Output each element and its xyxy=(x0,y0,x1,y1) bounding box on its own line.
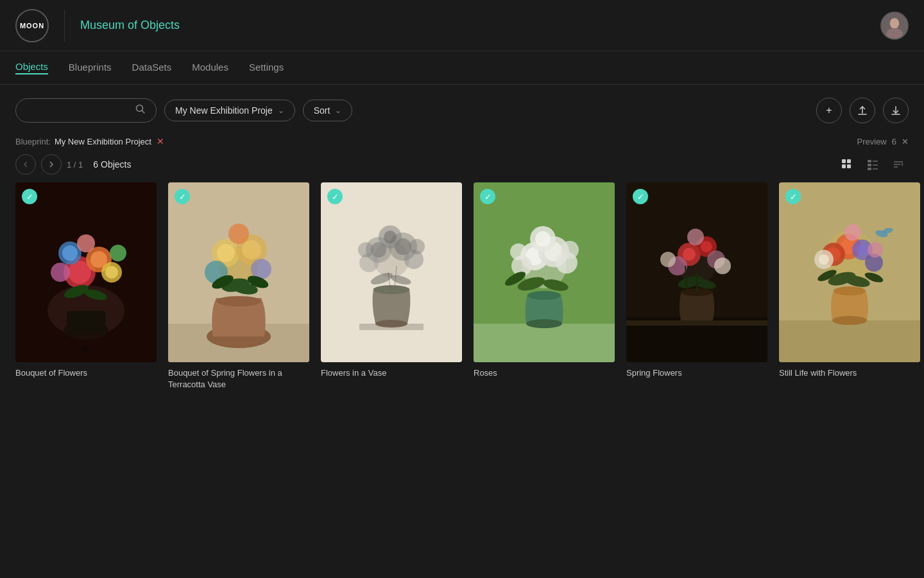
svg-point-78 xyxy=(526,319,562,328)
object-card[interactable]: ✓Bouquet of Flowers xyxy=(15,182,157,390)
card-title: Still Life with Flowers xyxy=(779,367,920,379)
card-title: Bouquet of Spring Flowers in a Terracott… xyxy=(168,367,309,390)
toolbar: My New Exhibition Proje ⌄ Sort ⌄ + xyxy=(0,85,924,136)
card-check-icon[interactable]: ✓ xyxy=(785,189,801,204)
svg-rect-95 xyxy=(626,320,767,326)
svg-point-105 xyxy=(660,252,676,267)
object-card[interactable]: ✓Flowers in a Vase xyxy=(321,182,462,390)
card-title: Bouquet of Flowers xyxy=(15,367,157,379)
svg-point-121 xyxy=(857,244,868,256)
preview-close-icon[interactable]: ✕ xyxy=(902,137,909,146)
svg-rect-17 xyxy=(868,168,871,170)
nav-modules[interactable]: Modules xyxy=(192,62,228,74)
card-image: ✓ xyxy=(474,182,615,362)
object-card[interactable]: ✓Spring Flowers xyxy=(626,182,767,390)
svg-point-59 xyxy=(375,320,407,328)
svg-point-51 xyxy=(228,223,249,244)
sort-dropdown[interactable]: Sort ⌄ xyxy=(303,100,353,121)
svg-point-113 xyxy=(834,286,866,295)
grid-view-button[interactable] xyxy=(837,154,857,175)
svg-point-104 xyxy=(687,229,704,245)
nav-settings[interactable]: Settings xyxy=(249,62,284,74)
card-title: Spring Flowers xyxy=(626,367,767,379)
search-input[interactable] xyxy=(26,105,130,116)
nav-datasets[interactable]: DataSets xyxy=(132,62,172,74)
svg-rect-12 xyxy=(847,164,851,168)
card-check-icon[interactable]: ✓ xyxy=(175,189,190,204)
card-title: Flowers in a Vase xyxy=(321,367,462,379)
app-title: Museum of Objects xyxy=(80,19,868,32)
prev-page-button[interactable] xyxy=(15,154,36,175)
view-controls xyxy=(837,154,909,175)
object-card[interactable]: ✓Bouquet of Spring Flowers in a Terracot… xyxy=(168,182,309,390)
svg-rect-11 xyxy=(842,164,846,168)
results-count: 6 Objects xyxy=(93,159,131,170)
nav: Objects Blueprints DataSets Modules Sett… xyxy=(0,51,924,85)
svg-point-125 xyxy=(844,224,861,241)
svg-point-101 xyxy=(701,241,712,252)
svg-rect-13 xyxy=(868,160,871,162)
add-button[interactable]: + xyxy=(816,98,842,123)
filter-prefix: Blueprint: xyxy=(15,137,51,146)
svg-point-35 xyxy=(51,263,70,282)
svg-point-48 xyxy=(242,240,261,259)
svg-rect-112 xyxy=(779,320,920,362)
svg-point-36 xyxy=(110,245,126,261)
sort-view-button[interactable] xyxy=(888,154,909,175)
card-check-icon[interactable]: ✓ xyxy=(22,189,37,204)
blueprint-chevron-icon: ⌄ xyxy=(278,106,284,115)
next-page-button[interactable] xyxy=(41,154,62,175)
avatar[interactable] xyxy=(880,12,909,40)
search-icon xyxy=(135,104,146,117)
svg-point-85 xyxy=(535,231,551,247)
upload-button[interactable] xyxy=(850,98,875,123)
filter-right: Preview 6 ✕ xyxy=(857,137,909,146)
card-image: ✓ xyxy=(168,182,309,362)
blueprint-dropdown[interactable]: My New Exhibition Proje ⌄ xyxy=(164,100,295,121)
svg-point-2 xyxy=(886,28,902,39)
page-indicator: 1 / 1 xyxy=(67,160,83,170)
preview-label: Preview xyxy=(857,137,887,146)
svg-point-33 xyxy=(105,266,118,279)
card-check-icon[interactable]: ✓ xyxy=(327,189,343,204)
sort-label: Sort xyxy=(314,105,330,116)
header: MOON Museum of Objects xyxy=(0,0,924,51)
logo[interactable]: MOON xyxy=(15,9,49,42)
filter-close-icon[interactable]: ✕ xyxy=(157,136,164,146)
svg-point-31 xyxy=(62,245,78,261)
nav-objects[interactable]: Objects xyxy=(15,61,48,74)
results-left: 1 / 1 6 Objects xyxy=(15,154,131,175)
header-divider xyxy=(64,10,65,42)
download-button[interactable] xyxy=(883,98,909,123)
svg-rect-10 xyxy=(847,159,851,163)
card-check-icon[interactable]: ✓ xyxy=(633,189,648,204)
card-image: ✓ xyxy=(15,182,157,362)
nav-blueprints[interactable]: Blueprints xyxy=(69,62,112,74)
svg-point-106 xyxy=(714,258,731,274)
object-card[interactable]: ✓Roses xyxy=(474,182,615,390)
pagination: 1 / 1 xyxy=(15,154,83,175)
sort-chevron-icon: ⌄ xyxy=(335,106,341,115)
svg-point-66 xyxy=(384,231,397,243)
svg-point-69 xyxy=(358,242,373,258)
svg-point-99 xyxy=(683,248,696,261)
object-grid: ✓Bouquet of Flowers ✓Bouquet of Spring F… xyxy=(0,182,924,390)
filter-tag: My New Exhibition Project xyxy=(55,137,151,146)
svg-point-46 xyxy=(217,244,235,262)
card-image: ✓ xyxy=(626,182,767,362)
svg-line-4 xyxy=(142,111,145,114)
card-image: ✓ xyxy=(321,182,462,362)
svg-point-34 xyxy=(77,234,95,252)
svg-rect-76 xyxy=(474,324,615,362)
card-check-icon[interactable]: ✓ xyxy=(480,189,495,204)
filter-bar: Blueprint: My New Exhibition Project ✕ P… xyxy=(0,136,924,152)
svg-point-1 xyxy=(890,18,900,28)
list-view-button[interactable] xyxy=(862,154,883,175)
search-box[interactable] xyxy=(15,98,157,123)
svg-point-126 xyxy=(868,242,883,258)
card-title: Roses xyxy=(474,367,615,379)
svg-rect-25 xyxy=(67,311,105,333)
object-card[interactable]: ✓Still Life with Flowers xyxy=(779,182,920,390)
svg-point-124 xyxy=(819,254,829,265)
svg-rect-15 xyxy=(868,164,871,166)
